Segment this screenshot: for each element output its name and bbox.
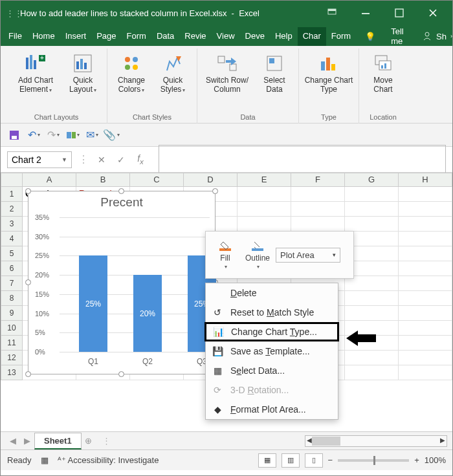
cell[interactable] [291, 202, 345, 217]
row-header[interactable]: 5 [1, 246, 23, 261]
col-header[interactable]: G [345, 173, 399, 187]
cell[interactable] [238, 202, 291, 217]
close-button[interactable] [419, 1, 447, 25]
name-box[interactable]: Chart 2▼ [7, 151, 72, 168]
tab-formulas[interactable]: Form [122, 27, 151, 46]
tab-data[interactable]: Data [151, 27, 179, 46]
cell[interactable] [345, 217, 399, 232]
cell[interactable] [399, 232, 452, 246]
row-header[interactable]: 10 [1, 321, 23, 336]
tab-format[interactable]: Form [326, 27, 356, 46]
tab-home[interactable]: Home [27, 27, 60, 46]
cell[interactable] [345, 351, 399, 365]
horizontal-scrollbar[interactable]: ◀▶ [305, 435, 447, 447]
col-header[interactable]: B [76, 173, 130, 187]
tab-insert[interactable]: Insert [60, 27, 92, 46]
outline-button[interactable]: Outline▾ [243, 241, 272, 270]
row-header[interactable]: 13 [1, 365, 23, 380]
cell[interactable] [399, 217, 452, 232]
row-header[interactable]: 2 [1, 202, 23, 217]
sheet-tab[interactable]: Sheet1 [34, 433, 82, 449]
row-header[interactable]: 6 [1, 261, 23, 276]
row-header[interactable]: 1 [1, 187, 23, 202]
page-break-view-button[interactable]: ▯ [305, 453, 323, 468]
formula-input[interactable] [159, 145, 446, 175]
zoom-out-button[interactable]: − [328, 455, 333, 465]
new-sheet-button[interactable]: ⊕ [82, 436, 96, 446]
zoom-slider[interactable] [338, 459, 409, 462]
share-button[interactable]: Sh› [422, 31, 452, 41]
cell[interactable] [291, 187, 345, 202]
cell[interactable] [399, 261, 452, 276]
chart-element-selector[interactable]: Plot Area▾ [276, 248, 340, 263]
menu-item[interactable]: ◆Format Plot Area... [206, 400, 338, 419]
accept-formula-button[interactable]: ✓ [115, 155, 127, 165]
touch-mode-button[interactable]: ▾ [65, 128, 80, 142]
menu-item[interactable]: Delete [206, 283, 338, 303]
cell[interactable] [399, 202, 452, 217]
cell[interactable] [399, 351, 452, 365]
tab-page[interactable]: Page [91, 27, 121, 46]
bar[interactable]: 25% [79, 255, 107, 352]
ribbon-collapse-icon[interactable] [318, 1, 346, 25]
menu-item[interactable]: ↺Reset to Match Style [206, 303, 338, 322]
row-header[interactable]: 4 [1, 232, 23, 246]
change-chart-type-button[interactable]: Change Chart Type [304, 51, 353, 94]
select-all-corner[interactable] [1, 173, 23, 187]
cancel-formula-button[interactable]: ✕ [95, 155, 108, 165]
col-header[interactable]: D [184, 173, 238, 187]
switch-row-column-button[interactable]: Switch Row/ Column [203, 51, 252, 94]
cell[interactable] [345, 202, 399, 217]
row-header[interactable]: 3 [1, 217, 23, 232]
zoom-in-button[interactable]: + [414, 455, 419, 465]
lightbulb-icon[interactable]: 💡 [365, 32, 375, 41]
plot-area[interactable]: 0%5%10%15%20%25%30%35%25%Q120%Q225%Q3 [60, 217, 210, 352]
minimize-button[interactable] [351, 1, 380, 25]
cell[interactable] [345, 291, 399, 306]
move-chart-button[interactable]: Move Chart [364, 51, 402, 94]
tell-me[interactable]: Tell me [391, 27, 406, 46]
tab-review[interactable]: Revie [179, 27, 211, 46]
menu-item[interactable]: 💾Save as Template... [206, 341, 338, 361]
menu-item[interactable]: ▦Select Data... [206, 361, 338, 380]
cell[interactable] [399, 306, 452, 321]
redo-button[interactable]: ↷▾ [46, 128, 60, 142]
cell[interactable] [345, 365, 399, 380]
col-header[interactable]: A [23, 173, 76, 187]
zoom-level[interactable]: 100% [425, 455, 446, 465]
undo-button[interactable]: ↶▾ [27, 128, 41, 142]
maximize-button[interactable] [385, 1, 414, 25]
select-data-button[interactable]: Select Data [256, 51, 293, 94]
change-colors-button[interactable]: Change Colors▾ [113, 51, 150, 94]
fill-button[interactable]: Fill▾ [211, 241, 239, 270]
bar[interactable]: 20% [133, 275, 162, 352]
row-header[interactable]: 7 [1, 276, 23, 291]
cell[interactable] [399, 291, 452, 306]
tab-view[interactable]: View [212, 27, 240, 46]
quick-styles-button[interactable]: Quick Styles▾ [154, 51, 192, 94]
normal-view-button[interactable]: ▦ [258, 453, 276, 468]
col-header[interactable]: C [130, 173, 184, 187]
col-header[interactable]: F [291, 173, 345, 187]
tab-nav-next[interactable]: ▶ [20, 436, 34, 446]
row-header[interactable]: 8 [1, 291, 23, 306]
tab-chart-design[interactable]: Char [298, 27, 326, 46]
page-layout-view-button[interactable]: ▥ [282, 453, 300, 468]
macro-record-icon[interactable]: ▦ [41, 455, 49, 465]
col-header[interactable]: H [399, 173, 452, 187]
save-button[interactable] [7, 128, 21, 142]
accessibility-button[interactable]: ᴬ⁺ Accessibility: Investigate [58, 455, 159, 465]
cell[interactable] [399, 336, 452, 351]
tab-nav-prev[interactable]: ◀ [6, 436, 20, 446]
quick-layout-button[interactable]: Quick Layout▾ [64, 51, 102, 94]
cell[interactable] [238, 217, 291, 232]
add-chart-element-button[interactable]: + Add Chart Element▾ [11, 51, 60, 94]
tab-help[interactable]: Help [270, 27, 298, 46]
row-header[interactable]: 11 [1, 336, 23, 351]
cell[interactable] [399, 276, 452, 291]
cell[interactable] [345, 187, 399, 202]
chart-title[interactable]: Precent [28, 191, 215, 213]
row-header[interactable]: 12 [1, 351, 23, 365]
col-header[interactable]: E [238, 173, 291, 187]
cell[interactable] [291, 217, 345, 232]
